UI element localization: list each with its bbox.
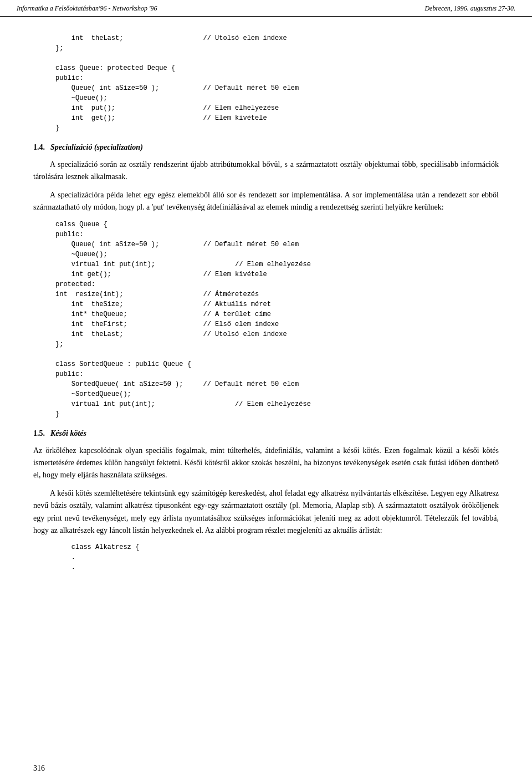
section-14-title: Specializáció (specialization): [50, 143, 143, 152]
section-15-number: 1.5.: [33, 429, 45, 438]
header-right: Debrecen, 1996. augusztus 27-30.: [424, 4, 515, 13]
section-14-heading: 1.4. Specializáció (specialization): [33, 143, 499, 152]
header-left: Informatika a Felsőoktatásban'96 - Netwo…: [17, 4, 157, 13]
section-15-heading: 1.5. Késői kötés: [33, 429, 499, 438]
section-14-para1: A specializáció során az osztály rendsze…: [33, 159, 499, 184]
section-15-para2: A késői kötés szemléltetésére tekintsünk…: [33, 487, 499, 537]
page-footer: 316: [33, 764, 45, 773]
intro-code-block: int theLast; // Utolsó elem indexe }; cl…: [55, 33, 499, 133]
section-14-code: calss Queue { public: Queue( int aSize=5…: [55, 220, 499, 419]
page-header: Informatika a Felsőoktatásban'96 - Netwo…: [0, 0, 532, 17]
page-container: Informatika a Felsőoktatásban'96 - Netwo…: [0, 0, 532, 784]
page-number: 316: [33, 764, 45, 772]
section-14-para2: A specializációra példa lehet egy egész …: [33, 189, 499, 214]
section-15-para1: Az örköléhez kapcsolódnak olyan speciáli…: [33, 445, 499, 482]
section-14-number: 1.4.: [33, 143, 45, 152]
section-15-title: Késői kötés: [50, 429, 86, 438]
section-15-code-start: class Alkatresz { . .: [55, 542, 499, 572]
page-content: int theLast; // Utolsó elem indexe }; cl…: [0, 17, 532, 594]
